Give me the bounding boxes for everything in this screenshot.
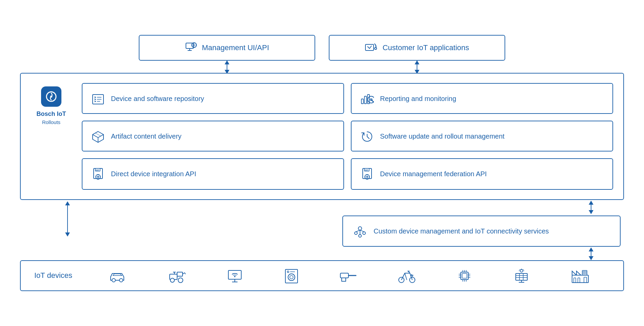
svg-point-66: [290, 276, 293, 279]
artifact-label: Artifact content delivery: [111, 131, 182, 141]
brand-name: Bosch IoT Rollouts: [36, 110, 66, 126]
svg-point-57: [170, 278, 174, 282]
svg-point-63: [234, 276, 235, 277]
svg-rect-100: [572, 275, 588, 283]
svg-point-67: [287, 271, 289, 273]
reporting-label: Reporting and monitoring: [380, 94, 456, 103]
svg-text:API: API: [96, 169, 99, 171]
right-bidirectional-arrow-top: [415, 60, 419, 74]
device-icons-container: [89, 268, 610, 284]
svg-rect-103: [584, 277, 587, 283]
tractor-icon: [167, 268, 187, 283]
device-repo-box: Device and software repository: [82, 83, 344, 114]
device-mgmt-label: Device management federation API: [380, 169, 487, 179]
customer-iot-label: Customer IoT applications: [382, 43, 469, 52]
reporting-icon: [360, 91, 375, 105]
right-top-arrow: [329, 61, 505, 73]
services-grid: Device and software repository: [82, 83, 613, 189]
software-update-box: Software update and rollout management: [351, 121, 613, 151]
direct-api-box: API Direct device integration API: [82, 158, 344, 189]
factory-icon: [571, 268, 589, 283]
svg-rect-74: [462, 273, 467, 278]
device-mgmt-icon: API: [360, 166, 375, 181]
chip-icon: [457, 268, 472, 284]
top-row: Management UI/API Customer IoT applicati…: [20, 35, 624, 61]
custom-device-label: Custom device management and IoT connect…: [374, 226, 549, 236]
washer-icon: [284, 268, 299, 283]
right-bottom-area: Custom device management and IoT connect…: [112, 200, 621, 247]
right-arrow-above-iot: [589, 247, 593, 260]
solar-icon: [513, 268, 530, 284]
svg-rect-87: [516, 273, 527, 280]
artifact-icon: [91, 129, 106, 143]
svg-point-40: [366, 176, 368, 178]
svg-point-12: [50, 96, 52, 98]
architecture-diagram: Management UI/API Customer IoT applicati…: [13, 28, 631, 298]
bosch-iot-logo: [41, 86, 61, 107]
left-bottom-arrow-area: [23, 200, 112, 237]
device-mgmt-box: API Device management federation API: [351, 158, 613, 189]
custom-device-icon: [353, 224, 367, 239]
svg-rect-9: [365, 44, 374, 50]
svg-point-10: [375, 47, 377, 49]
svg-point-31: [97, 176, 99, 178]
customer-iot-icon: [365, 42, 378, 54]
svg-rect-101: [574, 278, 576, 283]
main-platform-box: Bosch IoT Rollouts: [20, 73, 624, 200]
custom-device-box: Custom device management and IoT connect…: [342, 216, 621, 247]
direct-api-icon: API: [91, 166, 106, 181]
brand-area: Bosch IoT Rollouts: [31, 83, 72, 126]
device-repo-label: Device and software repository: [111, 94, 204, 103]
ebike-icon: [398, 268, 416, 283]
left-tall-arrow: [65, 201, 70, 237]
smart-display-icon: [227, 268, 243, 283]
iot-devices-row: IoT devices: [20, 260, 624, 291]
management-ui-label: Management UI/API: [202, 43, 269, 52]
reporting-box: Reporting and monitoring: [351, 83, 613, 114]
management-ui-box: Management UI/API: [139, 35, 315, 61]
svg-point-45: [358, 227, 362, 230]
svg-point-48: [359, 235, 361, 237]
svg-rect-55: [177, 272, 183, 276]
software-update-label: Software update and rollout management: [380, 131, 505, 141]
car-icon: [109, 268, 126, 283]
right-small-arrow: [589, 201, 593, 214]
svg-rect-20: [361, 99, 363, 104]
svg-rect-102: [578, 278, 580, 283]
iot-devices-label: IoT devices: [34, 271, 82, 280]
svg-point-52: [112, 279, 115, 282]
arrow-above-iot: [20, 247, 624, 260]
svg-point-58: [178, 278, 183, 283]
device-repo-icon: [91, 91, 106, 106]
svg-line-97: [519, 269, 520, 270]
management-icon: [185, 42, 197, 54]
left-top-arrow: [139, 61, 315, 73]
svg-line-49: [356, 230, 360, 232]
direct-api-label: Direct device integration API: [111, 169, 196, 179]
svg-point-94: [520, 269, 523, 272]
svg-line-96: [523, 269, 524, 270]
svg-point-4: [193, 44, 195, 46]
svg-point-65: [288, 274, 295, 281]
svg-point-47: [363, 232, 365, 235]
svg-point-53: [119, 279, 123, 282]
right-arrow-above-custom: [589, 200, 621, 214]
customer-iot-box: Customer IoT applications: [329, 35, 505, 61]
left-bidirectional-arrow-top: [225, 60, 229, 74]
svg-text:API: API: [365, 169, 368, 171]
drill-icon: [340, 268, 357, 283]
svg-rect-21: [364, 96, 366, 104]
svg-line-50: [360, 230, 364, 232]
svg-point-46: [355, 232, 357, 235]
artifact-box: Artifact content delivery: [82, 121, 344, 151]
top-arrows: [20, 61, 624, 73]
svg-rect-69: [340, 273, 348, 278]
software-update-icon: [360, 129, 375, 143]
